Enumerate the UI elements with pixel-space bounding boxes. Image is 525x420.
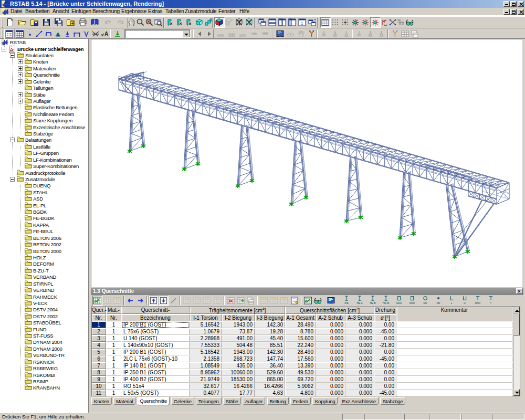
svg-text:RO: RO [424, 302, 427, 304]
svg-text:HE-A: HE-A [357, 302, 363, 304]
svg-text:U: U [464, 302, 465, 304]
svg-text:GRO: GRO [396, 302, 402, 304]
svg-text:RRO: RRO [410, 302, 415, 304]
svg-text:A: A [104, 31, 108, 37]
svg-text:1: 1 [301, 21, 303, 26]
svg-text:T: T [490, 302, 492, 304]
svg-text:L: L [451, 302, 453, 304]
svg-text:IPE: IPE [344, 302, 348, 304]
svg-text:DNO: DNO [475, 302, 481, 304]
svg-text:HD-M: HD-M [383, 302, 389, 304]
svg-text:HE-B: HE-B [370, 302, 376, 304]
svg-text:A: A [57, 33, 59, 37]
svg-text:RD: RD [437, 302, 440, 304]
